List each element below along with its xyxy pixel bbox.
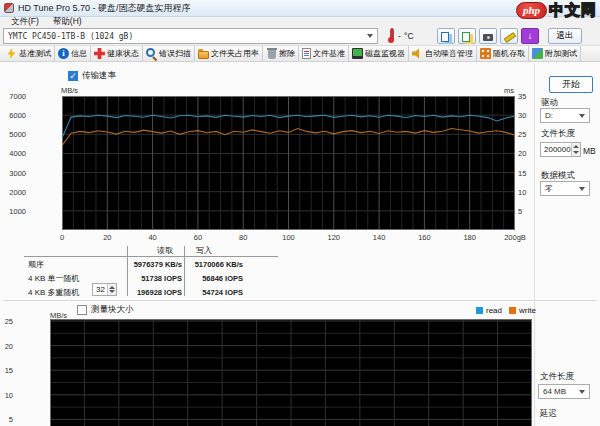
x-axis-tick: 40: [141, 233, 165, 242]
data-mode-select[interactable]: 零: [540, 181, 590, 196]
random-access-label: 随机存取: [493, 48, 525, 59]
queue-depth-spinner[interactable]: 32: [92, 283, 117, 296]
y-axis-left-tick: 7000: [0, 92, 26, 101]
table-row-label: 4 KB 单一随机: [28, 273, 80, 284]
block-chart-y-tick: 5: [0, 415, 13, 424]
spinner-up-icon[interactable]: [109, 286, 115, 289]
checkbox-checked-icon: [68, 71, 78, 81]
toolbar-health-button[interactable]: 健康状态: [91, 46, 143, 61]
file-benchmark-icon: [302, 48, 311, 59]
y-axis-right-tick: 20: [518, 149, 536, 158]
error-scan-label: 错误扫描: [159, 48, 191, 59]
copy-color-screenshot-button[interactable]: [458, 28, 476, 44]
control-bar: YMTC PC450-1TB-B (1024 gB) - °C 退出: [0, 27, 600, 45]
latency-label: 延迟: [540, 408, 557, 420]
measure-block-size-checkbox[interactable]: 测量块大小: [77, 304, 134, 316]
y-axis-left-unit: MB/s: [61, 86, 78, 95]
camera-screenshot-button[interactable]: [479, 28, 497, 44]
php-cn-watermark: php 中文网: [516, 1, 597, 20]
toolbar-disk-monitor-button[interactable]: 磁盘监视器: [349, 46, 409, 61]
block-chart-y-tick: 25: [0, 317, 13, 326]
hdtune-window: HD Tune Pro 5.70 - 硬盘/固态硬盘实用程序 php 中文网 文…: [0, 0, 600, 426]
chevron-down-icon: [579, 390, 585, 394]
watermark-text: 中文网: [549, 1, 597, 20]
chevron-down-icon: [579, 114, 585, 118]
window-title: HD Tune Pro 5.70 - 硬盘/固态硬盘实用程序: [18, 2, 191, 15]
data-mode-value: 零: [545, 183, 576, 194]
spinner-down-icon[interactable]: [573, 151, 579, 154]
x-axis-tick: 0: [50, 233, 74, 242]
folder-usage-label: 文件夹占用率: [211, 48, 259, 59]
transfer-rate-chart: [62, 96, 515, 230]
y-axis-left-tick: 6000: [0, 111, 26, 120]
read-value: 51738 IOPS: [126, 274, 182, 283]
drive-select[interactable]: YMTC PC450-1TB-B (1024 gB): [3, 28, 378, 44]
toolbar-file-benchmark-button[interactable]: 文件基准: [299, 46, 349, 61]
toolbar-folder-usage-button[interactable]: 文件夹占用率: [195, 46, 263, 61]
title-bar[interactable]: HD Tune Pro 5.70 - 硬盘/固态硬盘实用程序: [0, 0, 600, 17]
thermometer-icon: [387, 28, 395, 43]
drive-select-value: YMTC PC450-1TB-B (1024 gB): [8, 32, 364, 41]
y-axis-left-tick: 5000: [0, 130, 26, 139]
write-value: 56846 IOPS: [186, 274, 243, 283]
toolbar-erase-button[interactable]: 擦除: [263, 46, 299, 61]
spinner-down-icon[interactable]: [109, 290, 115, 293]
y-axis-right-tick: 25: [518, 130, 536, 139]
chart-legend: readwrite: [476, 306, 540, 315]
file-benchmark-label: 文件基准: [313, 48, 345, 59]
block-chart-y-tick: 10: [0, 391, 13, 400]
copy-screenshot-button[interactable]: [437, 28, 455, 44]
annotate-pen-button[interactable]: [500, 28, 518, 44]
toolbar-error-scan-button[interactable]: 错误扫描: [143, 46, 195, 61]
write-legend-label: write: [519, 306, 536, 315]
table-row-label: 顺序: [28, 259, 44, 270]
x-axis-tick: 120: [322, 233, 346, 242]
php-logo-icon: php: [516, 2, 547, 19]
x-axis-tick: 160: [412, 233, 436, 242]
y-axis-left-tick: 3000: [0, 169, 26, 178]
table-row-label: 4 KB 多重随机: [28, 287, 80, 298]
exit-button[interactable]: 退出: [548, 28, 582, 44]
benchmark-icon: [6, 48, 17, 59]
y-axis-left-tick: 2000: [0, 188, 26, 197]
y-axis-right-tick: 5: [518, 207, 536, 216]
toolbar: 基准测试信息健康状态错误扫描文件夹占用率擦除文件基准磁盘监视器自动噪音管理随机存…: [0, 45, 600, 62]
read-legend-label: read: [486, 306, 502, 315]
target-drive-select[interactable]: D:: [540, 108, 590, 123]
file-length-unit: MB: [583, 146, 596, 156]
start-button[interactable]: 开始: [549, 76, 593, 93]
spinner-arrows[interactable]: [107, 284, 116, 295]
temperature-value: -: [398, 31, 401, 41]
section-divider: [3, 300, 597, 301]
measure-block-size-label: 测量块大小: [91, 304, 134, 316]
spinner-arrows[interactable]: [571, 143, 580, 156]
info-label: 信息: [71, 48, 87, 59]
toolbar-random-access-button[interactable]: 随机存取: [477, 46, 529, 61]
read-value: 196928 IOPS: [126, 288, 182, 297]
extra-tests-label: 附加测试: [545, 48, 577, 59]
toolbar-extra-tests-button[interactable]: 附加测试: [529, 46, 581, 61]
transfer-rate-label: 传输速率: [82, 70, 116, 82]
y-axis-right-tick: 10: [518, 188, 536, 197]
aam-icon: [412, 48, 423, 59]
chevron-down-icon: [367, 34, 373, 38]
toolbar-info-button[interactable]: 信息: [55, 46, 91, 61]
table-column-rule: [184, 246, 185, 296]
file-length-spinner[interactable]: 200000: [540, 142, 581, 157]
y-axis-right-tick: 35: [518, 92, 536, 101]
y-axis-left-tick: 1000: [0, 207, 26, 216]
folder-usage-icon: [198, 51, 209, 59]
spinner-up-icon[interactable]: [573, 145, 579, 148]
save-results-button[interactable]: [521, 28, 539, 44]
block-chart-y-tick: 15: [0, 366, 13, 375]
toolbar-aam-button[interactable]: 自动噪音管理: [409, 46, 477, 61]
block-file-length-select[interactable]: 64 MB: [538, 384, 590, 399]
y-axis-right-tick: 30: [518, 111, 536, 120]
benchmark-label: 基准测试: [19, 48, 51, 59]
transfer-rate-checkbox[interactable]: 传输速率: [68, 70, 116, 82]
write-value: 5170066 KB/s: [186, 260, 243, 269]
x-axis-tick: 140: [367, 233, 391, 242]
temperature-unit: °C: [404, 31, 414, 41]
toolbar-benchmark-button[interactable]: 基准测试: [3, 46, 55, 61]
write-column-header: 写入: [184, 245, 224, 256]
